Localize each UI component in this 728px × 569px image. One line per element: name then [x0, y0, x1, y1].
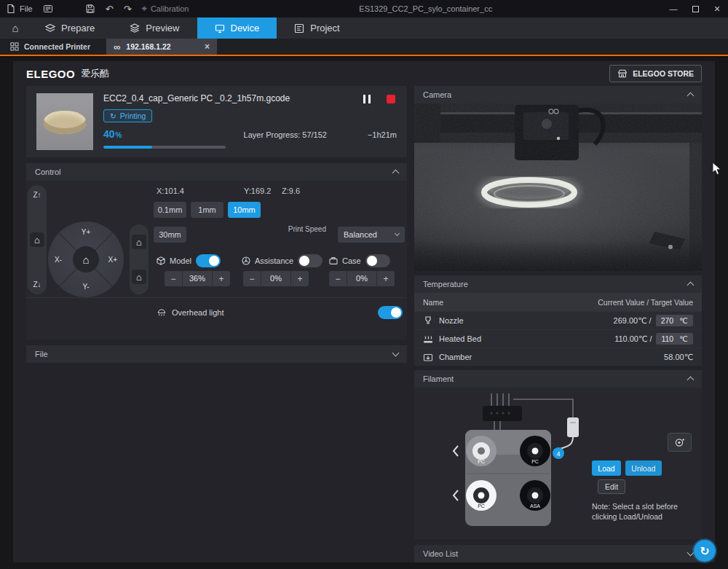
file-section-header[interactable]: File — [26, 345, 407, 363]
control-section-header[interactable]: Control — [26, 163, 407, 181]
layers-icon — [130, 23, 140, 33]
step-0.1mm-button[interactable]: 0.1mm — [154, 202, 186, 218]
jog-x-plus[interactable]: X+ — [108, 256, 117, 264]
mouse-cursor — [712, 162, 721, 176]
pause-button[interactable] — [363, 95, 371, 103]
spool-label: PC — [478, 503, 485, 509]
decrease-button[interactable]: − — [329, 274, 347, 284]
app-window: { "icons": { "home": "⌂", "undo": "↶", "… — [0, 0, 728, 569]
gcode-filename: ECC2_0.4_cap_Generic PC _0.2_1h57m.gcode — [103, 93, 397, 103]
jog-y-minus[interactable]: Y- — [82, 283, 89, 291]
connected-printer-text: Connected Printer — [24, 42, 90, 51]
progress-percent: 40 — [103, 128, 115, 140]
spool-label: PC — [531, 459, 539, 464]
coordinate-z: Z:9.6 — [282, 187, 300, 195]
overhead-light-switch[interactable] — [378, 306, 403, 319]
home-all-button[interactable]: ⌂ — [132, 235, 146, 249]
load-button[interactable]: Load — [592, 460, 621, 476]
tab-device[interactable]: Device — [197, 17, 277, 39]
z-up-button[interactable]: Z↑ — [33, 191, 41, 199]
file-section: File — [26, 345, 407, 363]
case-fan-switch[interactable] — [365, 254, 390, 267]
close-button[interactable]: × — [706, 0, 728, 17]
increase-button[interactable]: + — [291, 274, 309, 284]
filament-body: PC PC 4 PC — [414, 388, 702, 539]
edit-button[interactable]: Edit — [598, 479, 625, 494]
heated-bed-target-input[interactable]: 110 ℃ — [656, 333, 693, 345]
assistance-fan-switch[interactable] — [298, 254, 323, 267]
slot-arrow-bottom[interactable] — [454, 490, 458, 501]
filament-section-header[interactable]: Filament — [414, 370, 702, 388]
file-menu[interactable]: File — [6, 4, 33, 14]
print-speed-select[interactable]: Balanced — [338, 227, 405, 243]
close-icon: × — [714, 3, 720, 15]
spool-label: ASA — [530, 503, 540, 509]
step-30mm-button[interactable]: 30mm — [154, 227, 186, 243]
tab-prepare[interactable]: Prepare — [28, 17, 112, 39]
nozzle-label: Nozzle — [439, 316, 464, 325]
camera-section-header[interactable]: Camera — [414, 86, 702, 103]
jog-y-plus[interactable]: Y+ — [82, 228, 91, 236]
spinner-icon: ↻ — [110, 111, 116, 120]
close-tab-icon[interactable]: × — [205, 42, 210, 52]
filament-settings-button[interactable] — [668, 433, 692, 452]
step-10mm-button[interactable]: 10mm — [228, 202, 261, 218]
progress-bar — [103, 146, 226, 149]
decrease-button[interactable]: − — [165, 274, 182, 284]
maximize-button[interactable] — [684, 0, 706, 17]
save-icon[interactable] — [85, 4, 95, 14]
minimize-button[interactable]: — — [662, 0, 684, 17]
redo-icon[interactable]: ↷ — [124, 4, 132, 15]
case-icon — [329, 256, 338, 265]
nozzle-target-value: 270 — [661, 316, 674, 325]
overhead-light-row: Overhead light — [157, 307, 224, 317]
z-down-button[interactable]: Z↓ — [33, 280, 41, 289]
increase-button[interactable]: + — [213, 274, 230, 284]
model-fan-label: Model — [170, 256, 191, 265]
heated-bed-target-value: 110 — [661, 334, 673, 343]
title-bar: File ↶ ↷ ⌖ Calibration ES1329_CC2_PC_syl… — [0, 0, 728, 17]
print-speed-value: Balanced — [344, 230, 377, 239]
home-icon: ⌂ — [12, 22, 18, 34]
step-1mm-button[interactable]: 1mm — [191, 202, 223, 218]
nozzle-target-input[interactable]: 270 ℃ — [656, 315, 693, 326]
tab-project[interactable]: Project — [277, 17, 357, 39]
heated-bed-temp-row: Heated Bed 110.00℃ / 110 ℃ — [414, 329, 702, 348]
model-fan-group: Model — [157, 254, 221, 267]
spool-slot-2[interactable]: PC — [520, 436, 550, 466]
temperature-section-header[interactable]: Temperature — [414, 275, 702, 293]
decrease-button[interactable]: − — [243, 274, 261, 284]
tab-preview[interactable]: Preview — [112, 17, 197, 39]
z-home-button[interactable]: ⌂ — [30, 232, 44, 247]
assistance-fan-label: Assistance — [255, 256, 293, 265]
slot-arrow-top[interactable] — [454, 446, 458, 456]
spool-label: PC — [478, 459, 485, 464]
model-fan-value: 36% — [182, 271, 213, 286]
home-icon: ⌂ — [82, 254, 89, 266]
unload-button[interactable]: Unload — [625, 460, 662, 476]
home-bed-button[interactable]: ⌂ — [132, 270, 146, 284]
camera-video-frame — [414, 103, 702, 271]
printer-tab[interactable]: ∞ 192.168.1.22 × — [106, 39, 217, 55]
stop-button[interactable] — [387, 95, 395, 103]
chamber-label: Chamber — [439, 353, 472, 361]
spool-slot-1[interactable]: PC — [466, 436, 496, 466]
xy-home-button[interactable]: ⌂ — [73, 246, 99, 272]
home-button[interactable]: ⌂ — [3, 17, 28, 39]
heated-bed-icon — [423, 334, 433, 344]
elegoo-store-button[interactable]: ELEGOO STORE — [609, 65, 702, 82]
list-icon[interactable] — [43, 4, 53, 14]
connected-printer-label: Connected Printer — [0, 39, 100, 55]
spool-slot-3-selected[interactable]: PC — [466, 480, 496, 511]
video-list-header[interactable]: Video List — [414, 545, 702, 562]
calibration-menu[interactable]: ⌖ Calibration — [142, 3, 189, 15]
spool-slot-4[interactable]: ASA — [520, 480, 550, 511]
coordinate-y: Y:169.2 — [244, 187, 271, 195]
undo-icon[interactable]: ↶ — [106, 4, 114, 15]
jog-x-minus[interactable]: X- — [55, 256, 62, 264]
refresh-button[interactable]: ↻ — [694, 540, 716, 562]
grid-icon — [10, 42, 19, 51]
filament-section: Filament — [414, 370, 702, 539]
model-fan-switch[interactable] — [196, 254, 221, 267]
increase-button[interactable]: + — [377, 274, 395, 284]
